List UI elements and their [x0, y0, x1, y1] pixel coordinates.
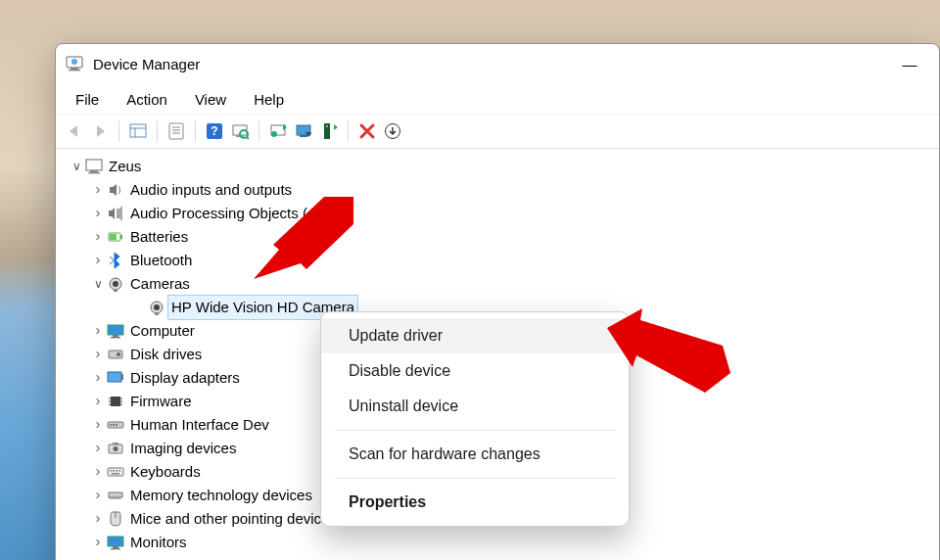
tree-label: Cameras [130, 272, 190, 296]
speaker-icon [107, 181, 124, 199]
svg-rect-58 [110, 470, 112, 472]
chevron-right-icon[interactable] [89, 201, 107, 224]
tree-label: Batteries [130, 225, 188, 249]
menu-help[interactable]: Help [242, 89, 296, 110]
chevron-right-icon[interactable] [89, 530, 107, 553]
back-button[interactable] [64, 120, 85, 142]
help-icon[interactable]: ? [204, 120, 225, 142]
svg-point-3 [71, 59, 77, 65]
context-menu-separator [335, 430, 615, 431]
chevron-right-icon[interactable] [89, 248, 107, 271]
svg-rect-1 [70, 68, 78, 70]
tree-label: Computer [130, 319, 195, 343]
toolbar: ? [56, 114, 939, 149]
remove-icon[interactable] [356, 120, 378, 142]
svg-rect-24 [86, 160, 102, 170]
tree-label: Disk drives [130, 343, 202, 366]
menu-file[interactable]: File [64, 89, 111, 110]
svg-line-16 [247, 137, 249, 139]
chevron-right-icon[interactable] [89, 177, 107, 201]
svg-rect-4 [130, 124, 146, 137]
svg-rect-52 [113, 424, 115, 426]
menu-action[interactable]: Action [115, 89, 179, 110]
display-adapter-icon [107, 369, 124, 387]
keyboard-icon [107, 463, 124, 481]
chevron-right-icon[interactable] [89, 506, 107, 530]
svg-rect-63 [109, 492, 122, 497]
chevron-right-icon[interactable] [89, 318, 107, 342]
svg-rect-73 [111, 548, 120, 549]
svg-rect-25 [90, 170, 98, 172]
chevron-right-icon[interactable] [89, 436, 107, 459]
svg-rect-71 [108, 537, 123, 546]
ctx-scan-hardware[interactable]: Scan for hardware changes [321, 437, 629, 472]
svg-rect-65 [112, 497, 113, 499]
tree-label: Imaging devices [130, 437, 236, 460]
svg-point-31 [113, 281, 118, 287]
tree-item[interactable]: Monitors [60, 531, 935, 554]
svg-rect-28 [120, 235, 122, 239]
properties-icon[interactable] [165, 120, 187, 142]
disk-icon [107, 346, 124, 363]
memory-icon [107, 487, 124, 504]
svg-rect-64 [110, 497, 111, 499]
ctx-disable-device[interactable]: Disable device [321, 353, 629, 389]
update-driver-icon[interactable] [267, 120, 289, 142]
imaging-icon [107, 440, 124, 457]
svg-rect-72 [113, 546, 118, 548]
tree-label: Mice and other pointing devices [130, 507, 337, 531]
svg-rect-53 [116, 424, 118, 426]
forward-button[interactable] [89, 120, 111, 142]
monitor-icon [107, 322, 124, 340]
tree-item[interactable]: Batteries [60, 225, 935, 249]
tree-item[interactable]: Bluetooth [60, 249, 935, 272]
show-hidden-icon[interactable] [127, 120, 149, 142]
chevron-right-icon[interactable] [89, 365, 107, 389]
tree-label: Keyboards [130, 460, 201, 484]
menu-view[interactable]: View [183, 89, 238, 110]
camera-icon [107, 275, 124, 293]
ctx-properties[interactable]: Properties [321, 485, 629, 520]
context-menu: Update driver Disable device Uninstall d… [320, 311, 630, 527]
tree-item[interactable]: Audio Processing Objects (APOs) [60, 202, 935, 225]
disable-device-icon[interactable] [293, 120, 314, 142]
mouse-icon [107, 510, 124, 528]
chevron-right-icon[interactable] [89, 224, 107, 248]
svg-rect-62 [112, 473, 119, 475]
minimize-button[interactable]: — [890, 49, 929, 78]
svg-rect-32 [114, 290, 118, 292]
svg-rect-42 [121, 374, 123, 380]
down-arrow-icon[interactable] [382, 120, 403, 142]
toolbar-separator [348, 120, 349, 142]
tree-label: Monitors [130, 531, 187, 554]
svg-rect-38 [111, 337, 120, 338]
svg-rect-56 [113, 443, 118, 444]
tree-item-cameras[interactable]: Cameras [60, 272, 935, 296]
chevron-right-icon[interactable] [89, 342, 107, 365]
svg-point-55 [114, 446, 118, 451]
svg-rect-35 [155, 313, 159, 315]
ctx-uninstall-device[interactable]: Uninstall device [321, 389, 629, 424]
tree-root[interactable]: Zeus [60, 155, 935, 178]
bluetooth-icon [107, 252, 124, 269]
computer-icon [85, 158, 103, 175]
chevron-right-icon[interactable] [89, 412, 107, 436]
uninstall-device-icon[interactable] [318, 120, 340, 142]
chevron-right-icon[interactable] [89, 483, 107, 506]
tree-item[interactable]: Audio inputs and outputs [60, 178, 935, 202]
svg-rect-29 [110, 234, 117, 240]
chevron-right-icon[interactable] [89, 459, 107, 483]
battery-icon [107, 228, 124, 246]
toolbar-separator [258, 120, 259, 142]
camera-icon [148, 299, 165, 316]
ctx-update-driver[interactable]: Update driver [321, 318, 629, 353]
chevron-down-icon[interactable] [68, 154, 85, 178]
chevron-right-icon[interactable] [89, 389, 107, 412]
svg-rect-57 [108, 468, 123, 476]
svg-point-34 [154, 304, 160, 310]
monitor-icon [107, 534, 124, 551]
scan-for-changes-icon[interactable] [229, 120, 251, 142]
titlebar[interactable]: Device Manager — [56, 44, 939, 84]
chevron-down-icon[interactable] [89, 271, 107, 296]
svg-rect-2 [69, 70, 80, 70]
